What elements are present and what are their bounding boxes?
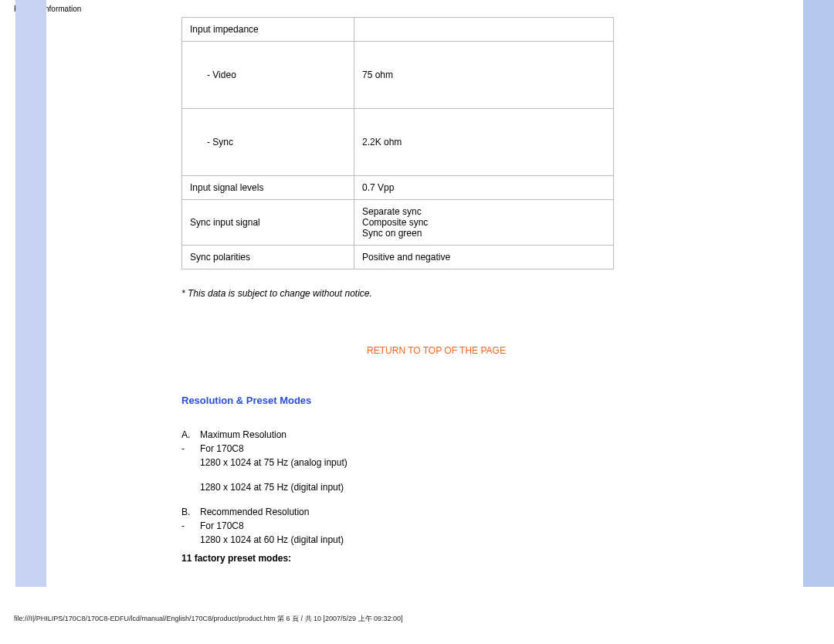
list-marker-dash: - [181, 442, 195, 456]
rec-resolution-for: For 170C8 [200, 519, 244, 533]
table-row: Sync input signalSeparate syncComposite … [181, 199, 613, 245]
preset-modes-heading: 11 factory preset modes: [181, 551, 691, 565]
table-row: Input signal levels0.7 Vpp [181, 175, 613, 199]
max-resolution-label: Maximum Resolution [200, 428, 286, 442]
spec-value: 2.2K ohm [354, 108, 613, 175]
table-row: - Video75 ohm [181, 41, 613, 108]
content-area: Input impedance- Video75 ohm- Sync2.2K o… [181, 17, 691, 565]
spec-label: Input signal levels [181, 175, 354, 199]
table-row: Sync polaritiesPositive and negative [181, 245, 613, 269]
table-row: Input impedance [181, 17, 613, 41]
rec-resolution-digital: 1280 x 1024 at 60 Hz (digital input) [200, 533, 691, 547]
spec-label: Sync input signal [181, 199, 354, 245]
list-marker-b: B. [181, 505, 195, 519]
spec-value: 75 ohm [354, 41, 613, 108]
spec-label: - Video [181, 41, 354, 108]
return-to-top-link[interactable]: RETURN TO TOP OF THE PAGE [181, 345, 691, 356]
spec-table: Input impedance- Video75 ohm- Sync2.2K o… [181, 17, 614, 269]
footnote: * This data is subject to change without… [181, 288, 691, 299]
spec-value: 0.7 Vpp [354, 175, 613, 199]
spec-label: Sync polarities [181, 245, 354, 269]
max-resolution-digital: 1280 x 1024 at 75 Hz (digital input) [200, 480, 691, 494]
list-marker-dash: - [181, 519, 195, 533]
table-row: - Sync2.2K ohm [181, 108, 613, 175]
spec-value: Separate syncComposite syncSync on green [354, 199, 613, 245]
spec-label: - Sync [181, 108, 354, 175]
list-marker-a: A. [181, 428, 195, 442]
max-resolution-analog: 1280 x 1024 at 75 Hz (analog input) [200, 456, 691, 469]
footer-path: file:///I|/PHILIPS/170C8/170C8-EDFU/lcd/… [14, 614, 403, 624]
resolution-list: A. Maximum Resolution - For 170C8 1280 x… [181, 428, 691, 565]
right-sidebar [803, 0, 834, 587]
spec-label: Input impedance [181, 17, 354, 41]
spec-value [354, 17, 613, 41]
left-sidebar [15, 0, 46, 587]
spec-value: Positive and negative [354, 245, 613, 269]
rec-resolution-label: Recommended Resolution [200, 505, 309, 519]
section-heading: Resolution & Preset Modes [181, 395, 691, 406]
max-resolution-for: For 170C8 [200, 442, 244, 456]
